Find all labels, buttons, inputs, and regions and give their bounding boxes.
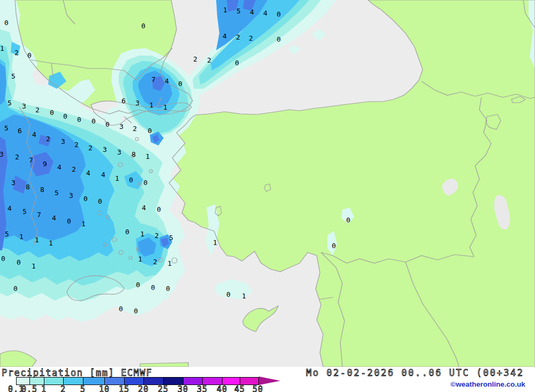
legend-tick-label: 1 [41, 385, 47, 392]
legend-tick-label: 20 [138, 385, 149, 392]
legend-color-cell [64, 378, 83, 385]
legend-tick-labels: 0.10.5125101520253035404550 [0, 385, 300, 392]
legend-tick-label: 35 [197, 385, 208, 392]
legend-title: Precipitation [mm] ECMWF [2, 367, 152, 378]
copyright-link[interactable]: ©weatheronline.co.uk [450, 380, 525, 388]
legend-color-cell [184, 378, 203, 385]
legend-color-bar [16, 377, 259, 385]
legend-tick-label: 5 [80, 385, 86, 392]
legend-color-cell [203, 378, 223, 385]
legend-arrow-icon [259, 376, 280, 385]
legend-color-cell [30, 378, 44, 385]
legend-color-cell [144, 378, 164, 385]
legend-tick-label: 25 [158, 385, 169, 392]
legend-tick-label: 0.5 [21, 385, 37, 392]
legend-color-cell [223, 378, 240, 385]
legend-tick-label: 40 [217, 385, 227, 392]
map-canvas [0, 0, 535, 367]
legend-color-cell [164, 378, 184, 385]
valid-time-label: Mo 02-02-2026 00..06 UTC (00+342 [306, 367, 524, 378]
legend-color-cell [83, 378, 105, 385]
legend-color-cell [105, 378, 125, 385]
legend-tick-label: 30 [178, 385, 188, 392]
legend-color-cell [17, 378, 30, 385]
precipitation-map: 1544000422012022057405631132000003205642… [0, 0, 535, 367]
legend-color-cell [44, 378, 64, 385]
legend-tick-label: 2 [60, 385, 66, 392]
legend-footer: Precipitation [mm] ECMWF Mo 02-02-2026 0… [0, 367, 535, 392]
legend-tick-label: 15 [119, 385, 129, 392]
legend-tick-label: 45 [234, 385, 245, 392]
legend-color-cell [240, 378, 258, 385]
weather-map-page: { "legend": { "title": "Precipitation [m… [0, 0, 535, 392]
legend-tick-label: 10 [99, 385, 110, 392]
legend-color-cell [125, 378, 144, 385]
legend-tick-label: 50 [253, 385, 263, 392]
